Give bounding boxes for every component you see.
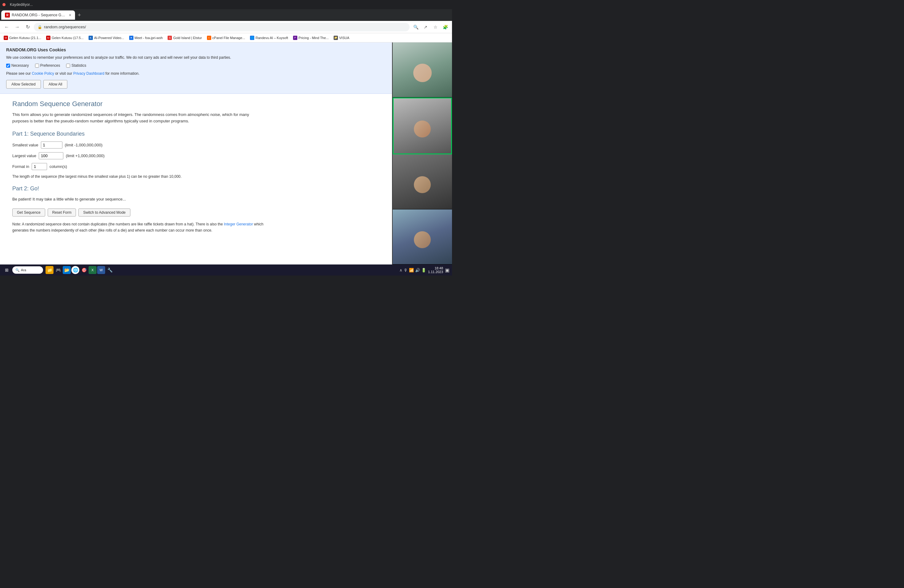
bookmark-ai-video[interactable]: K AI-Powered Video...: [87, 35, 125, 41]
meet-icon: ●: [129, 36, 133, 40]
bookmark-globe[interactable]: 🌐 Randevu AI – Kuysoft: [249, 35, 289, 41]
tab-label: RANDOM.ORG - Sequence Gen...: [12, 13, 67, 17]
tray-mic-icon[interactable]: 🎙: [404, 268, 408, 272]
search-icon: 🔍: [15, 268, 20, 272]
allow-all-button[interactable]: Allow All: [43, 80, 68, 89]
search-bar[interactable]: 🔍 Ara: [12, 266, 43, 274]
statistics-checkbox[interactable]: [66, 64, 70, 68]
start-button[interactable]: ⊞: [2, 266, 11, 274]
necessary-checkbox[interactable]: [6, 64, 10, 68]
pricing-icon: P: [293, 36, 297, 40]
taskbar-app-icons: 📁 🎮 📂 🌐 🎯 X W 🔧: [46, 266, 114, 274]
system-tray: ∧ 🎙 📶 🔊 🔋 18:48 1.11.2023 ▣: [400, 266, 450, 274]
part1-title: Part 1: Sequence Boundaries: [12, 131, 264, 137]
smallest-value-row: Smallest value (limit -1,000,000,000): [12, 141, 264, 149]
taskbar-icon-explorer[interactable]: 📂: [63, 266, 71, 274]
smallest-value-input[interactable]: [41, 141, 62, 149]
bookmark-label: Gelen Kutusu (17.5...: [52, 36, 84, 40]
search-icon-button[interactable]: 🔍: [411, 23, 420, 32]
cookie-buttons: Allow Selected Allow All: [6, 80, 386, 89]
new-tab-button[interactable]: +: [75, 11, 84, 19]
tray-time: 18:48 1.11.2023: [428, 266, 443, 274]
sequence-note: The length of the sequence (the largest …: [12, 174, 264, 179]
bookmark-label: Meet - foa-jpri-woh: [135, 36, 163, 40]
bookmark-meet[interactable]: ● Meet - foa-jpri-woh: [128, 35, 164, 41]
preferences-checkbox[interactable]: [35, 64, 39, 68]
bookmark-cpanel[interactable]: c cPanel File Manage...: [206, 35, 246, 41]
visual-icon: 📁: [333, 36, 338, 40]
bookmark-label: Gold Island | Etstur: [173, 36, 202, 40]
bookmark-label: cPanel File Manage...: [212, 36, 245, 40]
video-tile-1: [393, 43, 452, 98]
page-description: This form allows you to generate randomi…: [12, 112, 264, 125]
note-text: Note: A randomized sequence does not con…: [12, 221, 264, 233]
taskbar-icon-files[interactable]: 📁: [46, 266, 54, 274]
privacy-dashboard-link[interactable]: Privacy Dashboard: [73, 71, 104, 76]
cookie-title: RANDOM.ORG Uses Cookies: [6, 47, 386, 52]
extension-button[interactable]: 🧩: [441, 23, 450, 32]
taskbar-icon-app1[interactable]: 🎯: [80, 266, 88, 274]
smallest-label: Smallest value: [12, 143, 38, 147]
main-layout: RANDOM.ORG Uses Cookies We use cookies t…: [0, 43, 452, 264]
columns-label: column(s): [49, 164, 67, 169]
tray-notification-icon[interactable]: ▣: [445, 267, 450, 273]
recording-indicator: [2, 3, 6, 6]
taskbar-icon-game[interactable]: 🎮: [54, 266, 62, 274]
preferences-checkbox-label[interactable]: Preferences: [35, 63, 60, 68]
titlebar: Kaydediliyor...: [0, 0, 452, 9]
browser-tab[interactable]: R RANDOM.ORG - Sequence Gen... ×: [1, 11, 75, 20]
lock-icon: 🔒: [38, 25, 42, 29]
cookie-links: Please see our Cookie Policy or visit ou…: [6, 71, 386, 76]
tab-close-button[interactable]: ×: [69, 13, 71, 17]
tray-wifi-icon[interactable]: 📶: [409, 268, 414, 272]
integer-generator-link[interactable]: Integer Generator: [224, 222, 253, 226]
get-sequence-button[interactable]: Get Sequence: [12, 209, 45, 217]
taskbar-icon-excel[interactable]: X: [89, 266, 96, 274]
reset-form-button[interactable]: Reset Form: [47, 209, 76, 217]
cpanel-icon: c: [207, 36, 211, 40]
bookmark-gmail-1[interactable]: M Gelen Kutusu (21.1...: [2, 35, 43, 41]
largest-limit: (limit +1,000,000,000): [66, 153, 104, 158]
necessary-checkbox-label[interactable]: Necessary: [6, 63, 29, 68]
tab-favicon: R: [5, 13, 10, 17]
part2-title: Part 2: Go!: [12, 185, 264, 192]
gmail-1-icon: M: [4, 36, 8, 40]
bookmark-visual[interactable]: 📁 VISUA: [332, 35, 351, 41]
bookmark-gmail-2[interactable]: M Gelen Kutusu (17.5...: [45, 35, 85, 41]
url-bar[interactable]: 🔒 random.org/sequences/: [34, 23, 409, 32]
bookmark-gold-island[interactable]: S Gold Island | Etstur: [166, 35, 203, 41]
gmail-2-icon: M: [46, 36, 51, 40]
largest-value-row: Largest value (limit +1,000,000,000): [12, 152, 264, 159]
bookmark-label: Pricing - Mind The...: [299, 36, 329, 40]
cookie-policy-link[interactable]: Cookie Policy: [32, 71, 54, 76]
necessary-label: Necessary: [11, 63, 29, 68]
or-text: or visit our: [55, 71, 73, 76]
tray-battery-icon[interactable]: 🔋: [421, 268, 426, 272]
preferences-label: Preferences: [40, 63, 60, 68]
reload-button[interactable]: ↻: [24, 23, 32, 32]
patient-text: Be patient! It may take a little while t…: [12, 196, 264, 203]
allow-selected-button[interactable]: Allow Selected: [6, 80, 41, 89]
taskbar-icon-word[interactable]: W: [97, 266, 105, 274]
back-button[interactable]: ←: [2, 23, 11, 32]
page-title: Random Sequence Generator: [12, 100, 264, 108]
share-button[interactable]: ↗: [421, 23, 430, 32]
taskbar-icon-other[interactable]: 🔧: [106, 266, 114, 274]
statistics-checkbox-label[interactable]: Statistics: [66, 63, 86, 68]
tray-sound-icon[interactable]: 🔊: [415, 268, 420, 272]
advanced-mode-button[interactable]: Switch to Advanced Mode: [78, 209, 130, 217]
bookmark-label: Randevu AI – Kuysoft: [256, 36, 288, 40]
bookmark-button[interactable]: ☆: [431, 23, 440, 32]
ai-video-icon: K: [89, 36, 93, 40]
video-tile-3: [393, 154, 452, 209]
tray-up-icon[interactable]: ∧: [400, 268, 403, 272]
video-panel: [392, 43, 452, 264]
forward-button[interactable]: →: [13, 23, 22, 32]
tray-icons: ∧ 🎙 📶 🔊 🔋: [400, 268, 426, 272]
largest-value-input[interactable]: [39, 152, 63, 159]
bookmark-pricing[interactable]: P Pricing - Mind The...: [292, 35, 330, 41]
taskbar-icon-chrome[interactable]: 🌐: [71, 266, 79, 274]
format-columns-input[interactable]: [32, 163, 47, 170]
cookie-banner: RANDOM.ORG Uses Cookies We use cookies t…: [0, 43, 392, 94]
clock-date: 1.11.2023: [428, 270, 443, 274]
